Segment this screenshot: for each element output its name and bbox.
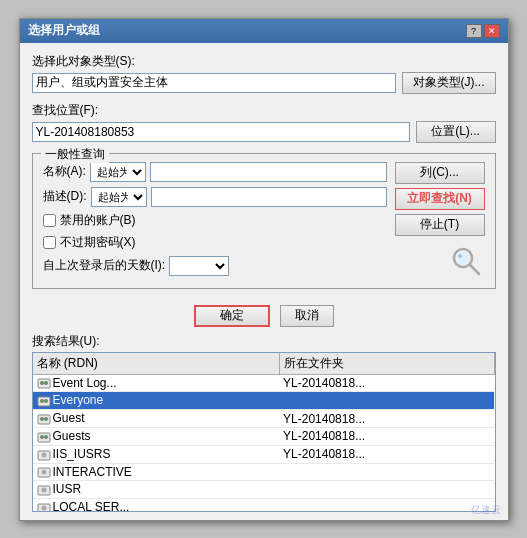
col-button[interactable]: 列(C)... [395,162,485,184]
table-row[interactable]: INTERACTIVE [33,463,495,481]
cell-folder [279,481,494,499]
find-now-button[interactable]: 立即查找(N) [395,188,485,210]
object-type-label: 选择此对象类型(S): [32,53,496,70]
name-row: 名称(A): 起始为 [43,162,387,182]
cell-folder: YL-20140818... [279,445,494,463]
bottom-buttons: 确定 取消 [20,299,508,333]
location-row: YL-201408180853 位置(L)... [32,121,496,143]
svg-point-9 [44,399,48,403]
search-illustration-icon [449,244,485,280]
results-body: Event Log...YL-20140818... Everyone Gues… [33,374,495,512]
title-bar: 选择用户或组 ? ✕ [20,19,508,43]
svg-rect-13 [38,433,50,442]
svg-point-15 [44,435,48,439]
query-left: 名称(A): 起始为 描述(D): 起始为 [43,162,387,276]
days-combo[interactable] [169,256,229,276]
svg-rect-10 [38,415,50,424]
object-type-value: 用户、组或内置安全主体 [32,73,396,93]
icon-area [395,240,485,280]
desc-row: 描述(D): 起始为 [43,187,387,207]
days-row: 自上次登录后的天数(I): [43,256,387,276]
cancel-button[interactable]: 取消 [280,305,334,327]
svg-point-14 [40,435,44,439]
table-row[interactable]: Everyone [33,392,495,410]
svg-point-21 [41,488,46,493]
cell-name: IUSR [33,481,280,499]
cell-name: Guest [33,410,280,428]
cell-name: Everyone [33,392,280,410]
close-button[interactable]: ✕ [484,24,500,38]
svg-line-2 [470,265,479,274]
location-label: 查找位置(F): [32,102,496,119]
svg-point-5 [40,381,44,385]
results-table-container[interactable]: 名称 (RDN) 所在文件夹 Event Log...YL-20140818..… [32,352,496,512]
help-button[interactable]: ? [466,24,482,38]
name-combo[interactable]: 起始为 [90,162,146,182]
cell-folder [279,392,494,410]
location-section: 查找位置(F): YL-201408180853 位置(L)... [32,102,496,143]
dialog-body: 选择此对象类型(S): 用户、组或内置安全主体 对象类型(J)... 查找位置(… [20,43,508,299]
svg-point-6 [44,381,48,385]
cell-name: INTERACTIVE [33,463,280,481]
desc-label: 描述(D): [43,188,87,205]
svg-point-1 [457,252,469,264]
query-grid: 名称(A): 起始为 描述(D): 起始为 [43,162,485,280]
cell-folder: YL-20140818... [279,410,494,428]
watermark: 亿速云 [471,503,501,517]
ok-button[interactable]: 确定 [194,305,270,327]
table-row[interactable]: IUSR [33,481,495,499]
svg-point-23 [41,506,46,511]
cell-folder: YL-20140818... [279,427,494,445]
svg-point-17 [41,452,46,457]
cell-name: Guests [33,427,280,445]
table-row[interactable]: Event Log...YL-20140818... [33,374,495,392]
cell-folder [279,463,494,481]
table-row[interactable]: GuestsYL-20140818... [33,427,495,445]
days-label: 自上次登录后的天数(I): [43,257,166,274]
cell-name: LOCAL SER... [33,499,280,512]
location-value: YL-201408180853 [32,122,410,142]
cell-folder: YL-20140818... [279,374,494,392]
cell-folder [279,499,494,512]
object-type-section: 选择此对象类型(S): 用户、组或内置安全主体 对象类型(J)... [32,53,496,94]
stop-button[interactable]: 停止(T) [395,214,485,236]
table-row[interactable]: GuestYL-20140818... [33,410,495,428]
no-expire-row: 不过期密码(X) [43,234,387,251]
query-right: 列(C)... 立即查找(N) 停止(T) [395,162,485,280]
name-input[interactable] [150,162,387,182]
object-type-button[interactable]: 对象类型(J)... [402,72,496,94]
no-expire-checkbox[interactable] [43,236,56,249]
desc-combo[interactable]: 起始为 [91,187,147,207]
object-type-row: 用户、组或内置安全主体 对象类型(J)... [32,72,496,94]
disabled-acct-checkbox[interactable] [43,214,56,227]
svg-point-3 [458,254,462,258]
select-user-dialog: 选择用户或组 ? ✕ 选择此对象类型(S): 用户、组或内置安全主体 对象类型(… [19,18,509,521]
disabled-acct-row: 禁用的账户(B) [43,212,387,229]
svg-point-12 [44,417,48,421]
no-expire-label: 不过期密码(X) [60,234,136,251]
col-folder-header: 所在文件夹 [279,353,494,375]
cell-name: Event Log... [33,374,280,392]
title-bar-controls: ? ✕ [466,24,500,38]
name-label: 名称(A): [43,163,86,180]
group-box-title: 一般性查询 [41,146,109,163]
general-query-box: 一般性查询 名称(A): 起始为 描述(D): [32,153,496,289]
location-button[interactable]: 位置(L)... [416,121,496,143]
table-row[interactable]: LOCAL SER... [33,499,495,512]
results-label: 搜索结果(U): [20,333,508,350]
col-name-header: 名称 (RDN) [33,353,280,375]
dialog-title: 选择用户或组 [28,22,100,39]
svg-point-19 [41,470,46,475]
table-row[interactable]: IIS_IUSRSYL-20140818... [33,445,495,463]
cell-name: IIS_IUSRS [33,445,280,463]
svg-point-8 [40,399,44,403]
disabled-acct-label: 禁用的账户(B) [60,212,136,229]
svg-rect-7 [38,397,50,406]
desc-input[interactable] [151,187,387,207]
svg-point-11 [40,417,44,421]
svg-rect-4 [38,379,50,388]
results-table: 名称 (RDN) 所在文件夹 Event Log...YL-20140818..… [33,353,495,512]
